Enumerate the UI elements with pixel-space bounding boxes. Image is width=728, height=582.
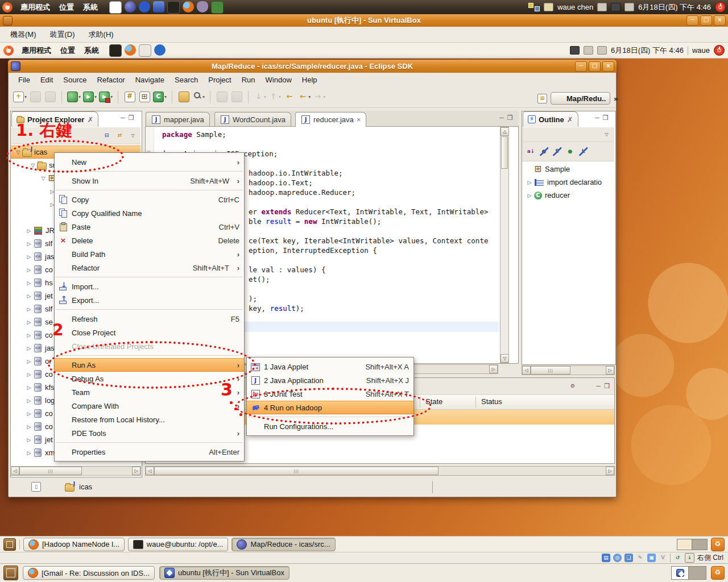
context-menu-item-export-[interactable]: Export... [55, 293, 244, 307]
launcher-terminal-icon[interactable] [167, 1, 180, 14]
editor-tab-reducer-java[interactable]: Jreducer.java× [295, 112, 366, 127]
context-menu-item-refactor[interactable]: RefactorShift+Alt+T› [55, 261, 244, 275]
eclipse-menu-run[interactable]: Run [237, 74, 260, 86]
run-as-submenu-item-run-configurations-[interactable]: Run Configurations... [247, 419, 413, 433]
context-menu-item-copy-qualified-name[interactable]: Copy Qualified Name [55, 206, 244, 220]
context-menu-item-debug-as[interactable]: Debug As› [55, 372, 244, 385]
sort-icon[interactable]: a↓ [527, 147, 535, 156]
launcher-penguin-icon[interactable] [197, 1, 208, 13]
launcher-firefox-icon[interactable] [183, 1, 194, 13]
ubuntu-logo-icon[interactable] [2, 2, 13, 13]
close-view-icon[interactable]: ✗ [87, 115, 93, 124]
hide-fields-icon[interactable]: ● [540, 147, 548, 156]
host-taskbar-button-ubuntu-sun-virtualbox[interactable]: ubuntu [執行中] - Sun VirtualBox [159, 566, 289, 580]
debug-button[interactable]: ▾ [67, 90, 81, 104]
volume-tray-icon[interactable] [624, 3, 634, 11]
mapreduce-perspective-button[interactable]: Map/Redu.. [551, 92, 610, 105]
guest-clock[interactable]: 6月18日(四) 下午 4:46 [611, 45, 684, 56]
host-username[interactable]: waue chen [557, 3, 593, 11]
context-menu-item-compare-with[interactable]: Compare With› [55, 399, 244, 413]
context-menu-item-restore-from-local-history-[interactable]: Restore from Local History... [55, 413, 244, 426]
guest-username[interactable]: waue [692, 46, 710, 55]
run-as-submenu-item-3-junit-test[interactable]: Ju3 JUnit TestShift+Alt+X T [247, 387, 413, 401]
guest-taskbar-button--hadoop-namenode-l-[interactable]: [Hadoop NameNode l... [23, 538, 125, 551]
context-menu-item-close-project[interactable]: Close Project [55, 326, 244, 339]
context-menu-item-refresh[interactable]: RefreshF5 [55, 312, 244, 326]
vbox-menu-d[interactable]: 裝置(D) [44, 28, 81, 41]
host-menu-[interactable]: 位置 [55, 1, 78, 14]
guest-taskbar-button-map-reduce-icas-src-[interactable]: Map/Reduce - icas/src... [231, 538, 335, 551]
guest-show-desktop-icon[interactable] [3, 538, 16, 551]
vbox-menu-m[interactable]: 機器(M) [5, 28, 42, 41]
main-hscrollbar[interactable]: ◁||| ▷ [145, 466, 615, 476]
vbox-close-button[interactable]: × [714, 15, 726, 26]
new-wizard-button[interactable]: +▾ [13, 90, 27, 104]
launcher-p-app-icon[interactable] [139, 1, 150, 13]
eclipse-maximize-button[interactable]: □ [589, 61, 601, 72]
eclipse-minimize-button[interactable]: ─ [575, 61, 587, 72]
run-button[interactable]: ▶▾ [83, 90, 97, 104]
eclipse-menu-file[interactable]: File [13, 74, 35, 86]
search-button[interactable]: ▾ [192, 90, 205, 104]
vbox-minimize-button[interactable]: ─ [686, 15, 698, 26]
eclipse-close-button[interactable]: × [602, 61, 614, 72]
outline-menu-icon[interactable]: ▽ [602, 130, 611, 139]
context-menu-item-build-path[interactable]: Build Path› [55, 247, 244, 261]
guest-menu-[interactable]: 應用程式 [17, 44, 56, 57]
context-menu-item-paste[interactable]: PasteCtrl+V [55, 220, 244, 234]
context-menu-item-properties[interactable]: PropertiesAlt+Enter [55, 445, 244, 459]
guest-launcher-terminal-icon[interactable] [109, 44, 122, 57]
context-menu-item-pde-tools[interactable]: PDE Tools› [55, 426, 244, 440]
vbox-maximize-button[interactable]: □ [700, 15, 712, 26]
guest-menu-[interactable]: 位置 [56, 44, 80, 57]
column-status[interactable]: Status [481, 397, 502, 406]
tab-close-icon[interactable]: × [357, 115, 361, 124]
editor-tab-WordCount-java[interactable]: JWordCount.java [214, 112, 291, 127]
search-tray-icon[interactable] [544, 3, 553, 11]
link-with-editor-icon[interactable]: ⇄ [115, 131, 124, 140]
context-menu-item-run-as[interactable]: Run As› [55, 358, 244, 372]
launcher-eclipse-icon[interactable] [125, 1, 136, 13]
open-resource-button[interactable] [177, 90, 190, 104]
new-package-button[interactable]: ⊞ [138, 90, 151, 104]
hide-nonpublic-icon[interactable]: ● [566, 147, 574, 156]
launcher-virtualbox-icon[interactable] [153, 1, 164, 13]
outline-item-reducer[interactable]: ▷Creducer [522, 189, 614, 202]
eclipse-titlebar[interactable]: Map/Reduce - icas/src/Sample/reducer.jav… [8, 60, 617, 73]
context-menu-item-copy[interactable]: CopyCtrl+C [55, 193, 244, 206]
launcher-note-icon[interactable] [109, 1, 122, 14]
context-menu-item-delete[interactable]: ×DeleteDelete [55, 234, 244, 247]
eclipse-menu-search[interactable]: Search [169, 74, 203, 86]
host-trash-icon[interactable]: ♻ [711, 566, 725, 580]
eclipse-menu-refactor[interactable]: Refactor [92, 74, 130, 86]
editor-tab-mapper-java[interactable]: Jmapper.java [146, 112, 210, 127]
hide-local-types-icon[interactable]: L [579, 147, 588, 156]
project-explorer-hscrollbar[interactable]: ◁||| ▷ [10, 466, 141, 476]
guest-ubuntu-logo-icon[interactable] [3, 45, 14, 56]
open-type-button[interactable]: # [123, 90, 136, 104]
eclipse-menu-navigate[interactable]: Navigate [130, 74, 169, 86]
host-show-desktop-icon[interactable] [3, 566, 18, 580]
vbox-titlebar[interactable]: ubuntu [執行中] - Sun VirtualBox ─ □ × [0, 14, 728, 27]
power-button-icon[interactable] [715, 2, 726, 13]
outline-tab[interactable]: ⠿ Outline✗ [523, 111, 578, 127]
hide-static-icon[interactable]: S [553, 147, 561, 156]
outline-minmax[interactable]: ─❒ [595, 114, 609, 122]
last-edit-location-button[interactable]: ← [283, 90, 296, 104]
outline-item-import-declaratio[interactable]: ▷import declaratio [522, 176, 614, 189]
new-class-button[interactable]: C▾ [153, 90, 167, 104]
external-tools-button[interactable]: ▶▾ [99, 90, 113, 104]
context-menu-item-show-in[interactable]: Show InShift+Alt+W› [55, 174, 244, 188]
open-perspective-icon[interactable]: ⊞ [537, 94, 547, 103]
guest-launcher-help-icon[interactable] [154, 44, 166, 56]
context-menu-item-new[interactable]: New› [55, 155, 244, 169]
bottom-panel-minmax[interactable]: ─❒ [596, 383, 610, 390]
run-as-submenu-item-4-run-on-hadoop[interactable]: 4 Run on Hadoop [247, 401, 413, 414]
guest-workspace-switcher[interactable] [677, 539, 708, 550]
eclipse-menu-edit[interactable]: Edit [35, 74, 58, 86]
guest-keyboard-tray-icon[interactable] [584, 46, 593, 55]
host-taskbar-button--gmail-re-discussion-on-ids-[interactable]: [Gmail - Re: Discussion on IDS... [23, 566, 155, 580]
keyboard-indicator-icon[interactable] [597, 3, 607, 11]
project-explorer-minmax[interactable]: ─❒ [121, 114, 134, 122]
host-workspace-switcher[interactable] [671, 566, 706, 580]
